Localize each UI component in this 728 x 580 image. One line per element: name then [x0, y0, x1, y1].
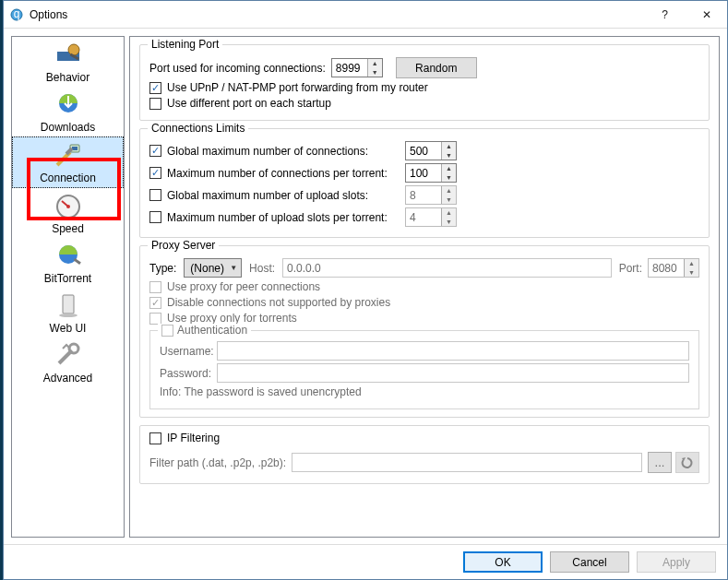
diffport-checkbox[interactable]: [149, 98, 161, 110]
svg-point-13: [59, 314, 78, 317]
sidebar-item-bittorrent[interactable]: BitTorrent: [12, 238, 124, 288]
ip-filtering-group: IP Filtering Filter path (.dat, .p2p, .p…: [139, 425, 710, 484]
ipf-reload-button: [675, 452, 699, 473]
ipf-browse-button[interactable]: ...: [648, 452, 672, 473]
svg-rect-11: [73, 258, 80, 265]
dialog-footer: OK Cancel Apply: [4, 544, 727, 579]
proxy-only-torrents-checkbox: [149, 313, 161, 325]
port-label: Port used for incoming connections:: [149, 62, 326, 75]
svg-point-3: [68, 44, 79, 55]
proxy-auth-checkbox: [161, 325, 173, 337]
webui-icon: [54, 291, 83, 321]
svg-text:q: q: [14, 8, 20, 20]
proxy-port-spinbox: ▲▼: [648, 258, 699, 278]
proxy-user-input: [217, 341, 689, 361]
close-button[interactable]: ✕: [686, 1, 727, 28]
upload-per-torrent-checkbox[interactable]: [149, 211, 161, 223]
connection-icon: [54, 141, 83, 171]
settings-panel: Listening Port Port used for incoming co…: [129, 36, 720, 538]
upnp-checkbox[interactable]: [149, 82, 161, 94]
speed-icon: [54, 192, 83, 221]
proxy-host-input: [282, 258, 612, 278]
port-spinbox[interactable]: ▲▼: [331, 58, 383, 77]
spin-up-icon: ▲: [368, 59, 382, 68]
help-button[interactable]: ?: [644, 1, 686, 28]
proxy-type-select[interactable]: (None): [184, 258, 242, 278]
upload-slots-checkbox[interactable]: [149, 189, 161, 201]
proxy-peer-checkbox: [149, 281, 161, 293]
advanced-icon: [54, 341, 83, 371]
per-torrent-checkbox[interactable]: [149, 167, 161, 179]
titlebar: q Options ? ✕: [4, 1, 727, 29]
sidebar-item-downloads[interactable]: Downloads: [12, 87, 124, 136]
proxy-disable-checkbox: [149, 297, 161, 309]
reload-icon: [681, 456, 694, 469]
per-torrent-spinbox[interactable]: ▲▼: [405, 163, 457, 183]
cancel-button[interactable]: Cancel: [550, 551, 629, 573]
ipf-checkbox[interactable]: [149, 432, 161, 444]
upload-per-torrent-spinbox: ▲▼: [405, 207, 457, 227]
sidebar-item-behavior[interactable]: Behavior: [12, 37, 124, 87]
apply-button: Apply: [637, 551, 716, 573]
random-port-button[interactable]: Random: [396, 57, 477, 78]
app-icon: q: [9, 7, 24, 22]
window-title: Options: [30, 8, 644, 21]
connections-limits-group: Connections Limits Global maximum number…: [139, 128, 710, 238]
svg-rect-12: [63, 295, 74, 314]
downloads-icon: [54, 90, 83, 120]
upload-slots-spinbox: ▲▼: [405, 185, 457, 205]
behavior-icon: [54, 41, 83, 70]
category-sidebar: Behavior Downloads Connection Speed BitT…: [11, 36, 125, 538]
sidebar-item-advanced[interactable]: Advanced: [12, 337, 124, 387]
spin-down-icon: ▼: [368, 68, 382, 77]
proxy-auth-group: Authentication Username: Password: Info:…: [149, 330, 699, 409]
global-conn-spinbox[interactable]: ▲▼: [405, 141, 457, 160]
sidebar-item-connection[interactable]: Connection: [12, 136, 124, 188]
bittorrent-icon: [54, 242, 83, 271]
svg-point-14: [69, 344, 78, 353]
sidebar-item-webui[interactable]: Web UI: [12, 288, 124, 337]
global-conn-checkbox[interactable]: [149, 145, 161, 157]
proxy-server-group: Proxy Server Type: (None) Host: Port: ▲▼…: [139, 245, 710, 418]
sidebar-item-speed[interactable]: Speed: [12, 188, 124, 238]
ipf-path-input: [292, 453, 642, 472]
ok-button[interactable]: OK: [463, 551, 543, 573]
listening-port-group: Listening Port Port used for incoming co…: [139, 44, 710, 121]
proxy-pass-input: [217, 363, 689, 383]
options-dialog: q Options ? ✕ Behavior Downloads Connect…: [3, 0, 728, 580]
